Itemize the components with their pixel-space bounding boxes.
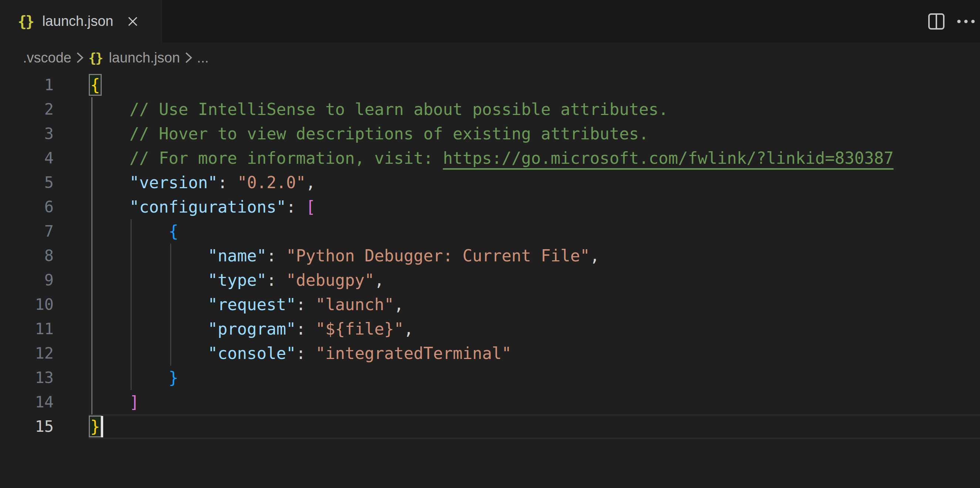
token-key: "type" (208, 270, 267, 289)
code-text[interactable]: } (54, 415, 100, 439)
code-line[interactable]: 2 // Use IntelliSense to learn about pos… (0, 97, 980, 122)
tab-label: launch.json (42, 13, 113, 29)
code-line[interactable]: 9 "type": "debugpy", (0, 268, 980, 292)
line-number[interactable]: 3 (0, 122, 54, 146)
code-text[interactable]: "program": "${file}", (54, 317, 414, 341)
code-text[interactable]: // For more information, visit: https://… (54, 146, 894, 170)
token-key: "configurations" (129, 197, 286, 216)
line-number[interactable]: 6 (0, 195, 54, 219)
token-plain (90, 246, 208, 265)
token-punct: , (306, 173, 316, 192)
token-punct: : (267, 246, 286, 265)
token-plain (90, 222, 169, 241)
token-string: "debugpy" (286, 270, 374, 289)
token-comment: // For more information, visit: (129, 149, 443, 167)
tab-launch-json[interactable]: {} launch.json (0, 0, 162, 43)
token-key: "version" (129, 173, 218, 192)
code-line[interactable]: 14 ] (0, 390, 980, 415)
token-punct: , (394, 295, 404, 314)
code-line[interactable]: 10 "request": "launch", (0, 292, 980, 317)
split-editor-button[interactable] (925, 8, 947, 34)
code-text[interactable]: "version": "0.2.0", (54, 170, 315, 195)
breadcrumb-item-vscode[interactable]: .vscode (23, 50, 72, 66)
token-punct: : (296, 295, 315, 314)
line-number[interactable]: 8 (0, 244, 54, 268)
code-text[interactable]: "configurations": [ (54, 195, 315, 219)
token-bracket2: ] (129, 393, 139, 412)
code-text[interactable]: } (54, 366, 178, 390)
line-number[interactable]: 7 (0, 219, 54, 244)
code-text[interactable]: ] (54, 390, 139, 415)
line-number[interactable]: 1 (0, 73, 54, 97)
code-text[interactable]: "name": "Python Debugger: Current File", (54, 244, 600, 268)
code-text[interactable]: "type": "debugpy", (54, 268, 384, 292)
split-editor-icon (928, 13, 945, 30)
editor-actions (925, 0, 980, 43)
code-text[interactable]: "console": "integratedTerminal" (54, 341, 511, 366)
more-actions-button[interactable] (955, 8, 977, 34)
code-line[interactable]: 5 "version": "0.2.0", (0, 170, 980, 195)
token-string: "launch" (315, 295, 394, 314)
breadcrumb-item-launch-json[interactable]: {} launch.json (88, 50, 180, 66)
token-bracket1: } (90, 417, 100, 436)
close-icon[interactable] (126, 15, 139, 28)
token-plain (90, 100, 129, 119)
line-number[interactable]: 13 (0, 366, 54, 390)
token-punct: : (296, 320, 315, 338)
token-plain (90, 124, 129, 143)
line-number[interactable]: 9 (0, 268, 54, 292)
token-key: "program" (208, 320, 296, 338)
code-line[interactable]: 13 } (0, 366, 980, 390)
token-bracket2: [ (306, 197, 316, 216)
chevron-right-icon (75, 50, 85, 65)
json-file-icon: {} (88, 50, 102, 65)
token-plain (90, 295, 208, 314)
code-text[interactable]: { (54, 73, 100, 97)
code-lines: 1{2 // Use IntelliSense to learn about p… (0, 73, 980, 439)
token-plain (90, 368, 169, 387)
token-plain (90, 149, 129, 167)
token-comment: // Use IntelliSense to learn about possi… (129, 100, 668, 119)
token-plain (90, 197, 129, 216)
line-number[interactable]: 11 (0, 317, 54, 341)
token-plain (90, 270, 208, 289)
code-line[interactable]: 8 "name": "Python Debugger: Current File… (0, 244, 980, 268)
token-key: "request" (208, 295, 296, 314)
line-number[interactable]: 5 (0, 170, 54, 195)
token-plain (90, 320, 208, 338)
code-text[interactable]: // Hover to view descriptions of existin… (54, 122, 649, 146)
tab-bar: {} launch.json (0, 0, 980, 43)
code-text[interactable]: // Use IntelliSense to learn about possi… (54, 97, 668, 122)
token-punct: , (404, 320, 414, 338)
breadcrumb-file-label: launch.json (109, 50, 180, 66)
breadcrumb: .vscode {} launch.json ... (0, 43, 980, 73)
line-number[interactable]: 14 (0, 390, 54, 415)
line-number[interactable]: 4 (0, 146, 54, 170)
line-number[interactable]: 15 (0, 415, 54, 439)
line-number[interactable]: 10 (0, 292, 54, 317)
json-file-icon: {} (18, 14, 33, 29)
token-key: "console" (208, 344, 296, 363)
code-line[interactable]: 7 { (0, 219, 980, 244)
code-text[interactable]: { (54, 219, 178, 244)
breadcrumb-item-symbols[interactable]: ... (197, 50, 209, 66)
code-line[interactable]: 4 // For more information, visit: https:… (0, 146, 980, 170)
code-text[interactable]: "request": "launch", (54, 292, 404, 317)
line-number[interactable]: 2 (0, 97, 54, 122)
token-bracket1: { (90, 75, 100, 94)
code-line[interactable]: 12 "console": "integratedTerminal" (0, 341, 980, 366)
token-plain (90, 393, 129, 412)
code-line[interactable]: 11 "program": "${file}", (0, 317, 980, 341)
token-plain (90, 344, 208, 363)
code-line[interactable]: 6 "configurations": [ (0, 195, 980, 219)
token-punct: , (590, 246, 600, 265)
token-key: "name" (208, 246, 267, 265)
code-line[interactable]: 1{ (0, 73, 980, 97)
token-punct: : (286, 197, 306, 216)
token-comment: // Hover to view descriptions of existin… (129, 124, 649, 143)
token-plain (90, 173, 129, 192)
code-line[interactable]: 15} (0, 415, 980, 439)
line-number[interactable]: 12 (0, 341, 54, 366)
code-line[interactable]: 3 // Hover to view descriptions of exist… (0, 122, 980, 146)
token-punct: : (296, 344, 315, 363)
